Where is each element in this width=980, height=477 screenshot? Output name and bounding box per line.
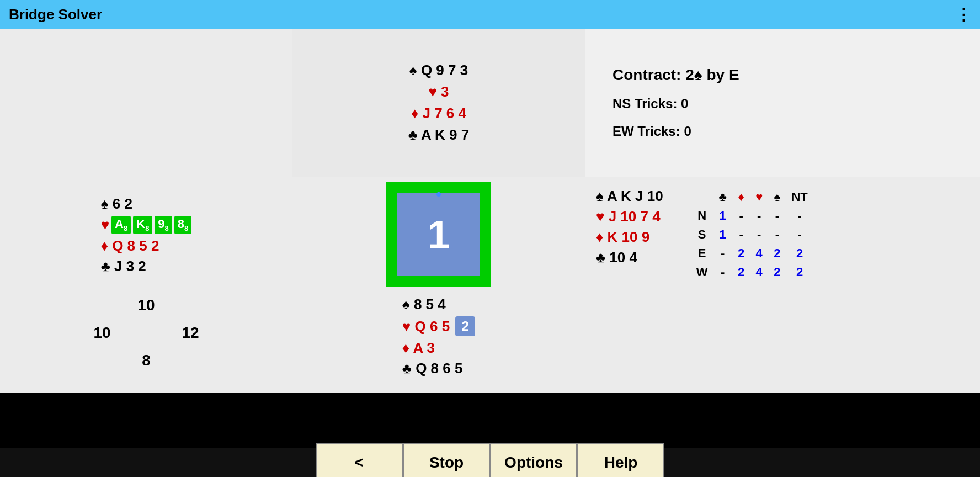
score-s-nt: - — [786, 225, 813, 244]
south-diamonds: ♦ A 3 — [402, 340, 475, 357]
score-row-w: W - 2 4 2 2 — [691, 263, 813, 282]
app-title: Bridge Solver — [9, 6, 102, 23]
north-cell: ♠ Q 9 7 3 ♥ 3 ♦ J 7 6 4 ♣ A K 9 7 — [292, 29, 585, 177]
score-n-spade: - — [768, 206, 786, 225]
north-diamonds: ♦ J 7 6 4 — [411, 105, 466, 122]
east-hand: ♠ A K J 10 ♥ J 10 7 4 ♦ K 10 9 ♣ 10 4 — [596, 188, 663, 266]
west-heart-98: 98 — [155, 216, 172, 234]
trick-dot — [436, 192, 441, 197]
titlebar: Bridge Solver ⋮ — [0, 0, 980, 29]
trick-number: 1 — [428, 212, 450, 257]
west-upper-cell — [0, 29, 292, 177]
south-hearts-text: ♥ Q 6 5 — [402, 318, 450, 335]
south-hearts-badge: 2 — [455, 316, 475, 336]
south-spades-text: ♠ 8 5 4 — [402, 296, 446, 313]
contract-label: Contract: 2♠ by E — [612, 66, 739, 84]
trick-box: 1 — [386, 182, 491, 287]
info-cell: Contract: 2♠ by E NS Tricks: 0 EW Tricks… — [585, 29, 980, 177]
score-s-spade: - — [768, 225, 786, 244]
score-n-diamond: - — [732, 206, 750, 225]
score-dir-s: S — [691, 225, 713, 244]
score-w-club: - — [713, 263, 732, 282]
score-e-spade: 2 — [768, 244, 786, 263]
west-hearts: ♥ A8 K8 98 88 — [101, 216, 192, 234]
north-hearts-text: ♥ 3 — [428, 83, 449, 100]
toolbar: < Stop Options Help — [0, 448, 980, 477]
options-button[interactable]: Options — [490, 443, 577, 477]
score-n-club: 1 — [713, 206, 732, 225]
south-hand: ♠ 8 5 4 ♥ Q 6 5 2 ♦ A 3 ♣ Q 8 6 5 — [402, 296, 475, 377]
score-n-nt: - — [786, 206, 813, 225]
west-clubs-text: ♣ J 3 2 — [101, 258, 146, 275]
west-heart-a8: A8 — [111, 216, 131, 234]
score-row-s: S 1 - - - - — [691, 225, 813, 244]
score-n-heart: - — [750, 206, 768, 225]
score-header-heart: ♥ — [750, 188, 768, 206]
east-score-cell: ♠ A K J 10 ♥ J 10 7 4 ♦ K 10 9 ♣ 10 4 ♣ … — [585, 177, 980, 393]
north-clubs: ♣ A K 9 7 — [408, 126, 470, 144]
west-lower-cell: ♠ 6 2 ♥ A8 K8 98 88 ♦ Q 8 5 2 ♣ J 3 2 10… — [0, 177, 292, 393]
north-spades-text: ♠ Q 9 7 3 — [409, 62, 468, 79]
west-numbers: 10 10 12 8 — [80, 292, 212, 374]
score-dir-n: N — [691, 206, 713, 225]
score-dir-e: E — [691, 244, 713, 263]
score-section: ♣ ♦ ♥ ♠ NT N 1 - - - - — [691, 188, 813, 282]
score-header-spade: ♠ — [768, 188, 786, 206]
east-spades-text: ♠ A K J 10 — [596, 188, 663, 205]
east-spades: ♠ A K J 10 — [596, 188, 663, 205]
score-w-diamond: 2 — [732, 263, 750, 282]
south-center-cell: 1 ♠ 8 5 4 ♥ Q 6 5 2 ♦ A 3 ♣ Q 8 6 5 — [292, 177, 585, 393]
west-hand: ♠ 6 2 ♥ A8 K8 98 88 ♦ Q 8 5 2 ♣ J 3 2 — [101, 195, 192, 274]
west-heart-88: 88 — [174, 216, 191, 234]
west-num-left: 10 — [93, 324, 110, 342]
west-clubs: ♣ J 3 2 — [101, 258, 192, 275]
trick-inner: 1 — [397, 193, 480, 276]
score-table: ♣ ♦ ♥ ♠ NT N 1 - - - - — [691, 188, 813, 282]
score-header-nt: NT — [786, 188, 813, 206]
score-w-heart: 4 — [750, 263, 768, 282]
west-diamonds: ♦ Q 8 5 2 — [101, 237, 192, 255]
west-num-bottom: 8 — [142, 352, 151, 369]
score-w-spade: 2 — [768, 263, 786, 282]
west-diamonds-text: ♦ Q 8 5 2 — [101, 237, 159, 255]
south-diamonds-text: ♦ A 3 — [402, 340, 435, 357]
score-header-diamond: ♦ — [732, 188, 750, 206]
score-s-diamond: - — [732, 225, 750, 244]
score-row-n: N 1 - - - - — [691, 206, 813, 225]
ew-tricks: EW Tricks: 0 — [612, 124, 691, 139]
score-header-club: ♣ — [713, 188, 732, 206]
score-dir-w: W — [691, 263, 713, 282]
back-button[interactable]: < — [316, 443, 403, 477]
west-spades-text: ♠ 6 2 — [101, 195, 132, 213]
score-e-nt: 2 — [786, 244, 813, 263]
score-row-e: E - 2 4 2 2 — [691, 244, 813, 263]
east-diamonds: ♦ K 10 9 — [596, 229, 663, 246]
score-e-club: - — [713, 244, 732, 263]
score-e-diamond: 2 — [732, 244, 750, 263]
west-heart-k8: K8 — [133, 216, 152, 234]
east-clubs-text: ♣ 10 4 — [596, 249, 637, 266]
north-diamonds-text: ♦ J 7 6 4 — [411, 105, 466, 122]
score-header-row: ♣ ♦ ♥ ♠ NT — [691, 188, 813, 206]
north-spades: ♠ Q 9 7 3 — [409, 62, 468, 79]
north-clubs-text: ♣ A K 9 7 — [408, 126, 470, 144]
score-header-dir — [691, 188, 713, 206]
score-e-heart: 4 — [750, 244, 768, 263]
east-clubs: ♣ 10 4 — [596, 249, 663, 266]
west-num-right: 12 — [182, 324, 199, 342]
west-num-top: 10 — [137, 296, 155, 314]
south-clubs: ♣ Q 8 6 5 — [402, 360, 475, 377]
south-spades: ♠ 8 5 4 — [402, 296, 475, 313]
ns-tricks: NS Tricks: 0 — [612, 96, 688, 112]
menu-icon[interactable]: ⋮ — [956, 6, 971, 24]
east-diamonds-text: ♦ K 10 9 — [596, 229, 649, 246]
west-spades: ♠ 6 2 — [101, 195, 192, 213]
east-hearts-text: ♥ J 10 7 4 — [596, 208, 661, 225]
east-hearts: ♥ J 10 7 4 — [596, 208, 663, 225]
west-hearts-prefix: ♥ — [101, 216, 109, 234]
north-hearts: ♥ 3 — [428, 83, 449, 100]
stop-button[interactable]: Stop — [403, 443, 490, 477]
help-button[interactable]: Help — [577, 443, 664, 477]
south-hearts: ♥ Q 6 5 2 — [402, 316, 475, 336]
score-s-heart: - — [750, 225, 768, 244]
